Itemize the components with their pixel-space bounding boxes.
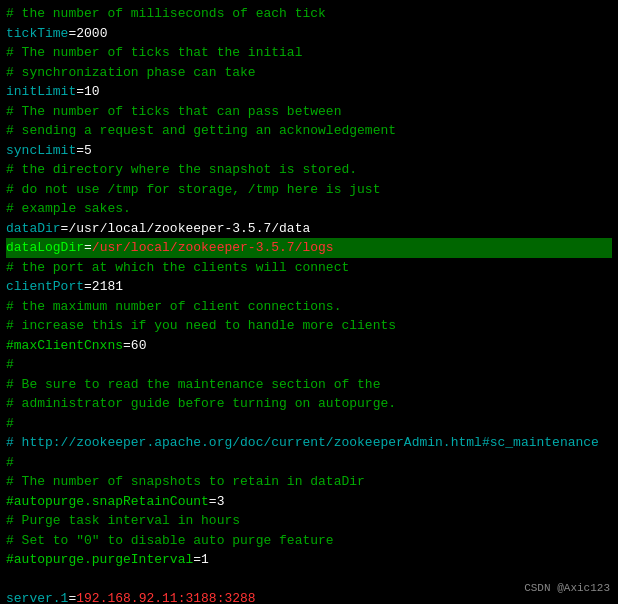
line-9: # the directory where the snapshot is st…: [6, 160, 612, 180]
watermark: CSDN @Axic123: [524, 580, 610, 597]
line-7: # sending a request and getting an ackno…: [6, 121, 612, 141]
line-31-server: server.1=192.168.92.11:3188:3288: [6, 589, 612, 604]
line-20: # Be sure to read the maintenance sectio…: [6, 375, 612, 395]
line-14: # the port at which the clients will con…: [6, 258, 612, 278]
terminal-window: # the number of milliseconds of each tic…: [0, 0, 618, 604]
line-3: # The number of ticks that the initial: [6, 43, 612, 63]
line-29: #autopurge.purgeInterval=1: [6, 550, 612, 570]
line-24: #: [6, 453, 612, 473]
line-8: syncLimit=5: [6, 141, 612, 161]
line-21: # administrator guide before turning on …: [6, 394, 612, 414]
line-11: # example sakes.: [6, 199, 612, 219]
line-12: dataDir=/usr/local/zookeeper-3.5.7/data: [6, 219, 612, 239]
line-18: #maxClientCnxns=60: [6, 336, 612, 356]
line-2: tickTime=2000: [6, 24, 612, 44]
line-17: # increase this if you need to handle mo…: [6, 316, 612, 336]
line-26: #autopurge.snapRetainCount=3: [6, 492, 612, 512]
line-30: [6, 570, 612, 590]
line-10: # do not use /tmp for storage, /tmp here…: [6, 180, 612, 200]
line-28: # Set to "0" to disable auto purge featu…: [6, 531, 612, 551]
line-22: #: [6, 414, 612, 434]
line-25: # The number of snapshots to retain in d…: [6, 472, 612, 492]
line-23: # http://zookeeper.apache.org/doc/curren…: [6, 433, 612, 453]
line-19: #: [6, 355, 612, 375]
line-5: initLimit=10: [6, 82, 612, 102]
line-15: clientPort=2181: [6, 277, 612, 297]
line-4: # synchronization phase can take: [6, 63, 612, 83]
line-6: # The number of ticks that can pass betw…: [6, 102, 612, 122]
line-1: # the number of milliseconds of each tic…: [6, 4, 612, 24]
line-13: dataLogDir=/usr/local/zookeeper-3.5.7/lo…: [6, 238, 612, 258]
line-16: # the maximum number of client connectio…: [6, 297, 612, 317]
line-27: # Purge task interval in hours: [6, 511, 612, 531]
